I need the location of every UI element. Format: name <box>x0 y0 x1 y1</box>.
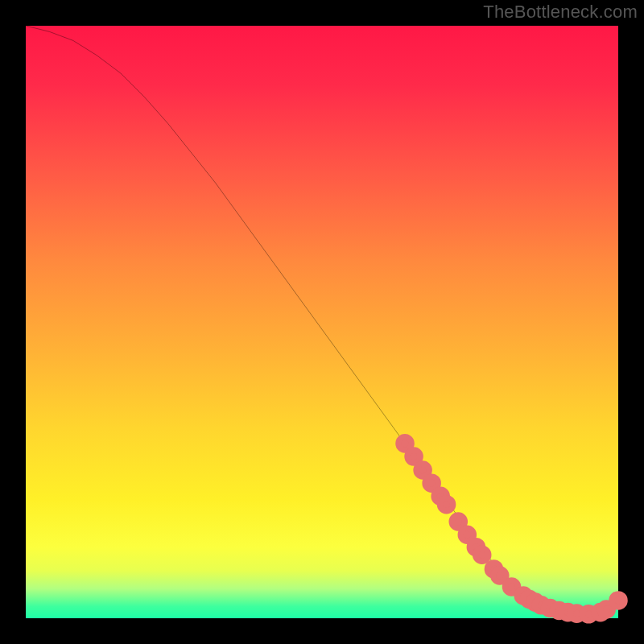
curve-marker <box>416 464 429 477</box>
curve-marker <box>398 437 411 450</box>
curve-marker <box>440 498 452 511</box>
chart-svg <box>26 26 618 618</box>
curve-marker <box>425 477 438 489</box>
curve-marker <box>493 569 506 582</box>
plot-area <box>26 26 618 618</box>
watermark-text: TheBottleneck.com <box>483 2 638 23</box>
bottleneck-curve <box>26 26 618 614</box>
curve-marker <box>407 450 420 463</box>
chart-frame: TheBottleneck.com <box>0 0 644 644</box>
curve-marker <box>612 594 625 607</box>
curve-markers <box>398 437 625 621</box>
curve-marker <box>452 515 464 528</box>
curve-marker <box>476 548 489 561</box>
